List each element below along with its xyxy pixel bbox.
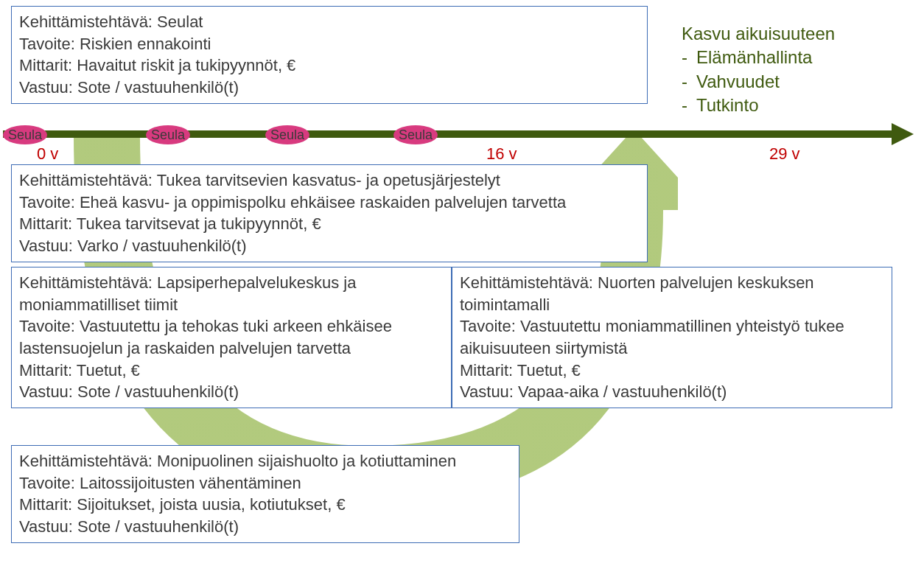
task-line: Kehittämistehtävä: Nuorten palvelujen ke… (460, 272, 884, 315)
task-box-lapsiperhe: Kehittämistehtävä: Lapsiperhepalvelukesk… (11, 267, 452, 408)
task-box-seulat: Kehittämistehtävä: Seulat Tavoite: Riski… (11, 6, 648, 104)
metrics-line: Mittarit: Tukea tarvitsevat ja tukipyynn… (19, 213, 640, 235)
task-box-nuoret: Kehittämistehtävä: Nuorten palvelujen ke… (452, 267, 892, 408)
age-label: 16 v (486, 144, 517, 164)
timeline (3, 130, 914, 138)
responsibility-line: Vastuu: Sote / vastuuhenkilö(t) (19, 77, 640, 99)
task-box-sijaishuolto: Kehittämistehtävä: Monipuolinen sijaishu… (11, 445, 519, 543)
goal-line: Tavoite: Vastuutettu moniammatillinen yh… (460, 315, 884, 359)
goal-line: Tavoite: Eheä kasvu- ja oppimispolku ehk… (19, 192, 640, 214)
responsibility-line: Vastuu: Sote / vastuuhenkilö(t) (19, 381, 444, 403)
goal-line: Tavoite: Riskien ennakointi (19, 33, 640, 55)
metrics-line: Mittarit: Sijoitukset, joista uusia, kot… (19, 494, 511, 516)
seula-marker: Seula (146, 125, 190, 144)
arrow-right-icon (892, 123, 914, 145)
seula-marker: Seula (3, 125, 47, 144)
task-line: Kehittämistehtävä: Seulat (19, 11, 640, 33)
growth-item: -Tutkinto (682, 94, 835, 117)
seula-marker: Seula (265, 125, 309, 144)
timeline-line (3, 130, 895, 138)
goal-line: Tavoite: Laitossijoitusten vähentäminen (19, 472, 511, 494)
age-label: 29 v (769, 144, 800, 164)
task-line: Kehittämistehtävä: Monipuolinen sijaishu… (19, 450, 511, 472)
goal-line: Tavoite: Vastuutettu ja tehokas tuki ark… (19, 315, 444, 359)
task-box-kasvatus: Kehittämistehtävä: Tukea tarvitsevien ka… (11, 164, 648, 262)
responsibility-line: Vastuu: Varko / vastuuhenkilö(t) (19, 235, 640, 257)
metrics-line: Mittarit: Tuetut, € (19, 360, 444, 382)
growth-item: -Vahvuudet (682, 70, 835, 94)
metrics-line: Mittarit: Havaitut riskit ja tukipyynnöt… (19, 55, 640, 77)
metrics-line: Mittarit: Tuetut, € (460, 360, 884, 382)
seula-marker: Seula (393, 125, 438, 144)
task-line: Kehittämistehtävä: Lapsiperhepalvelukesk… (19, 272, 444, 315)
growth-heading: Kasvu aikuisuuteen -Elämänhallinta -Vahv… (682, 22, 835, 118)
growth-title: Kasvu aikuisuuteen (682, 22, 835, 46)
growth-item: -Elämänhallinta (682, 46, 835, 69)
task-line: Kehittämistehtävä: Tukea tarvitsevien ka… (19, 169, 640, 192)
age-label: 0 v (37, 144, 58, 164)
responsibility-line: Vastuu: Sote / vastuuhenkilö(t) (19, 516, 511, 538)
responsibility-line: Vastuu: Vapaa-aika / vastuuhenkilö(t) (460, 381, 884, 403)
